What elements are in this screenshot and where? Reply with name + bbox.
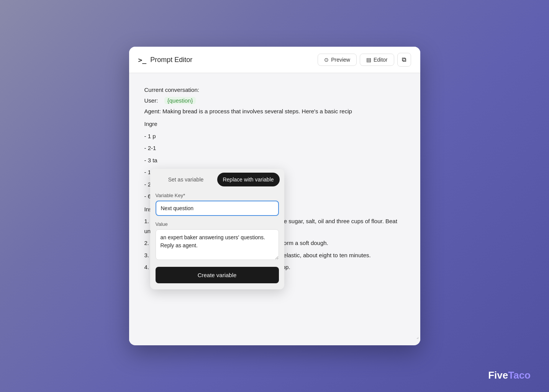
agent-line: Agent: Making bread is a process that in… — [144, 107, 405, 116]
card-content: Current conversation: User: {question} A… — [129, 73, 420, 341]
agent-label: Agent: — [144, 108, 161, 114]
editor-button[interactable]: ▤ Editor — [360, 54, 394, 66]
conversation-section: Current conversation: User: {question} A… — [144, 85, 405, 116]
fivetaco-branding: FiveTaco — [488, 369, 531, 381]
card-header: >_ Prompt Editor ⊙ Preview ▤ Editor ⧉ — [129, 47, 420, 73]
copy-button[interactable]: ⧉ — [397, 53, 411, 67]
ingredient-3: - 3 ta — [144, 155, 405, 165]
variable-popup: Set as variable Replace with variable Va… — [150, 169, 284, 289]
create-variable-button[interactable]: Create variable — [156, 267, 279, 283]
header-left: >_ Prompt Editor — [138, 56, 193, 64]
agent-text: Making bread is a process that involves … — [162, 108, 352, 114]
copy-icon: ⧉ — [402, 56, 406, 63]
preview-label: Preview — [331, 57, 350, 63]
value-textarea[interactable]: an expert baker answering users' questio… — [156, 229, 279, 260]
resize-handle: ⌟ — [416, 334, 419, 340]
editor-label: Editor — [374, 57, 388, 63]
value-label: Value — [156, 221, 279, 227]
prompt-editor-card: >_ Prompt Editor ⊙ Preview ▤ Editor ⧉ Cu… — [129, 47, 420, 345]
question-variable-tag: {question} — [164, 97, 196, 104]
variable-key-label: Variable Key* — [156, 193, 279, 198]
replace-with-variable-tab[interactable]: Replace with variable — [217, 173, 280, 186]
header-right: ⊙ Preview ▤ Editor ⧉ — [318, 53, 411, 67]
popup-body: Variable Key* Value an expert baker answ… — [150, 186, 284, 289]
header-title: Prompt Editor — [150, 56, 192, 64]
prompt-icon: >_ — [138, 56, 147, 64]
preview-icon: ⊙ — [324, 57, 329, 63]
user-line: User: {question} — [144, 96, 405, 105]
preview-button[interactable]: ⊙ Preview — [318, 54, 357, 66]
ingredient-1: - 1 p — [144, 131, 405, 141]
brand-five: Five — [488, 369, 508, 381]
ingredients-label: Ingre — [144, 119, 405, 129]
brand-taco: Taco — [508, 369, 531, 381]
variable-key-input[interactable] — [156, 201, 279, 216]
ingredient-2: - 2-1 — [144, 143, 405, 153]
editor-icon: ▤ — [366, 57, 371, 63]
popup-tabs: Set as variable Replace with variable — [150, 169, 284, 186]
user-label: User: — [144, 97, 158, 104]
set-as-variable-tab[interactable]: Set as variable — [155, 173, 217, 186]
current-conversation-label: Current conversation: — [144, 85, 405, 95]
